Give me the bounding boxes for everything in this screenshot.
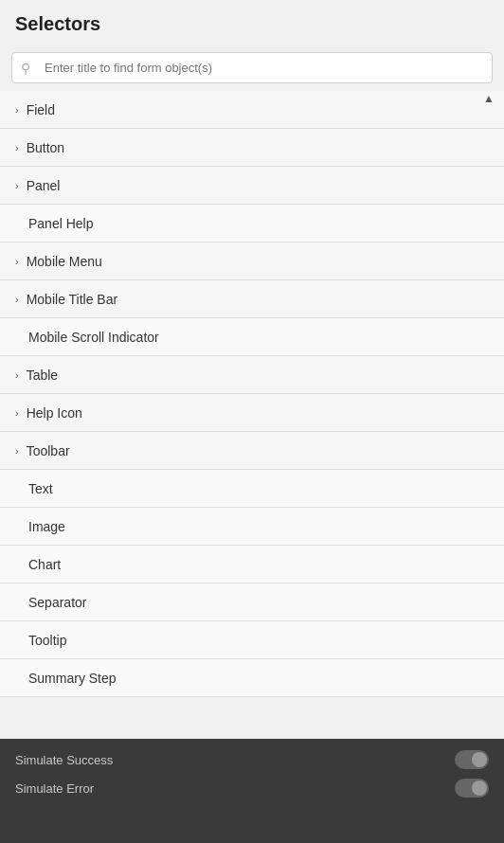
item-label-panel-help: Panel Help	[28, 216, 94, 231]
item-label-separator: Separator	[28, 595, 86, 610]
list-item-separator[interactable]: Separator	[0, 583, 504, 621]
selectors-panel: Selectors ⚲ ▲ ›Field›Button›PanelPanel H…	[0, 0, 504, 739]
item-label-summary-step: Summary Step	[28, 671, 117, 686]
chevron-icon: ›	[15, 294, 19, 305]
item-label-tooltip: Tooltip	[28, 633, 66, 648]
list-item-summary-step[interactable]: Summary Step	[0, 659, 504, 697]
chevron-icon: ›	[15, 142, 19, 153]
scroll-top-indicator: ▲	[481, 91, 496, 106]
search-icon: ⚲	[21, 61, 30, 76]
chevron-icon: ›	[15, 104, 19, 116]
search-container: ⚲	[11, 52, 493, 83]
list-item-text[interactable]: Text	[0, 470, 504, 508]
chevron-icon: ›	[15, 256, 19, 267]
chevron-icon: ›	[15, 445, 19, 457]
simulate-success-knob	[472, 752, 487, 767]
list-item-mobile-scroll-indicator[interactable]: Mobile Scroll Indicator	[0, 318, 504, 356]
item-label-text: Text	[28, 481, 53, 496]
panel-header: Selectors	[0, 0, 504, 45]
simulate-error-knob	[472, 780, 487, 796]
chevron-icon: ›	[15, 407, 19, 419]
list-item-mobile-menu[interactable]: ›Mobile Menu	[0, 242, 504, 280]
item-label-help-icon: Help Icon	[27, 405, 82, 421]
list-item-tooltip[interactable]: Tooltip	[0, 621, 504, 659]
simulate-error-row: Simulate Error	[15, 779, 489, 798]
item-label-panel: Panel	[27, 178, 61, 193]
list-item-chart[interactable]: Chart	[0, 546, 504, 583]
item-label-toolbar: Toolbar	[27, 443, 70, 458]
simulate-error-label: Simulate Error	[15, 781, 94, 796]
list-item-table[interactable]: ›Table	[0, 356, 504, 394]
panel-title: Selectors	[15, 13, 100, 34]
item-label-button: Button	[27, 140, 64, 155]
simulate-success-row: Simulate Success	[15, 750, 489, 769]
list-item-help-icon[interactable]: ›Help Icon	[0, 394, 504, 432]
list-item-toolbar[interactable]: ›Toolbar	[0, 432, 504, 470]
bottom-bar: Simulate Success Simulate Error	[0, 739, 504, 843]
list-item-field[interactable]: ›Field	[0, 91, 504, 129]
simulate-success-toggle[interactable]	[455, 750, 489, 769]
list-item-image[interactable]: Image	[0, 508, 504, 546]
search-input[interactable]	[11, 52, 493, 83]
simulate-error-toggle[interactable]	[455, 779, 489, 798]
item-label-mobile-title-bar: Mobile Title Bar	[27, 292, 117, 307]
item-label-mobile-scroll-indicator: Mobile Scroll Indicator	[28, 330, 159, 345]
item-label-chart: Chart	[28, 557, 61, 572]
simulate-success-label: Simulate Success	[15, 753, 113, 767]
item-label-field: Field	[27, 102, 55, 117]
list-area: ▲ ›Field›Button›PanelPanel Help›Mobile M…	[0, 91, 504, 739]
chevron-icon: ›	[15, 180, 19, 191]
list-item-mobile-title-bar[interactable]: ›Mobile Title Bar	[0, 280, 504, 318]
item-label-image: Image	[28, 519, 65, 534]
item-label-mobile-menu: Mobile Menu	[27, 254, 102, 269]
list-item-button[interactable]: ›Button	[0, 129, 504, 167]
chevron-icon: ›	[15, 369, 19, 381]
item-label-table: Table	[27, 368, 58, 383]
list-item-panel[interactable]: ›Panel	[0, 167, 504, 205]
list-item-panel-help[interactable]: Panel Help	[0, 205, 504, 242]
